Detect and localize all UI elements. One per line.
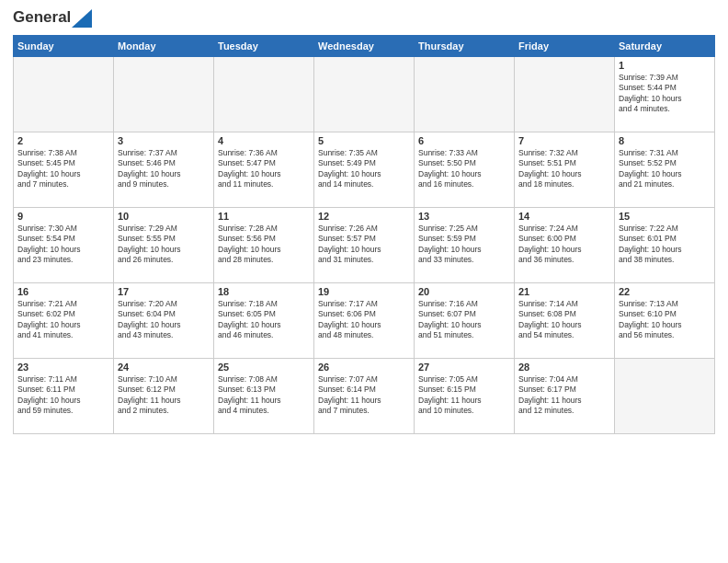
calendar-cell: 12Sunrise: 7:26 AM Sunset: 5:57 PM Dayli… <box>314 208 415 283</box>
calendar-header-row: SundayMondayTuesdayWednesdayThursdayFrid… <box>14 36 715 57</box>
day-number: 1 <box>619 60 711 71</box>
calendar-cell: 20Sunrise: 7:16 AM Sunset: 6:07 PM Dayli… <box>415 283 515 359</box>
calendar-cell: 9Sunrise: 7:30 AM Sunset: 5:54 PM Daylig… <box>14 208 114 283</box>
calendar-week-row: 9Sunrise: 7:30 AM Sunset: 5:54 PM Daylig… <box>14 208 715 283</box>
calendar-cell <box>515 57 615 132</box>
day-detail: Sunrise: 7:33 AM Sunset: 5:50 PM Dayligh… <box>418 148 510 190</box>
day-detail: Sunrise: 7:36 AM Sunset: 5:47 PM Dayligh… <box>218 148 310 190</box>
calendar-cell: 2Sunrise: 7:38 AM Sunset: 5:45 PM Daylig… <box>14 132 114 208</box>
calendar-cell: 7Sunrise: 7:32 AM Sunset: 5:51 PM Daylig… <box>515 132 615 208</box>
day-detail: Sunrise: 7:14 AM Sunset: 6:08 PM Dayligh… <box>518 299 610 341</box>
day-number: 11 <box>218 211 310 222</box>
calendar-week-row: 16Sunrise: 7:21 AM Sunset: 6:02 PM Dayli… <box>14 283 715 359</box>
day-detail: Sunrise: 7:37 AM Sunset: 5:46 PM Dayligh… <box>118 148 210 190</box>
calendar-cell: 15Sunrise: 7:22 AM Sunset: 6:01 PM Dayli… <box>615 208 715 283</box>
calendar-cell: 6Sunrise: 7:33 AM Sunset: 5:50 PM Daylig… <box>415 132 515 208</box>
day-number: 14 <box>518 211 610 222</box>
day-detail: Sunrise: 7:32 AM Sunset: 5:51 PM Dayligh… <box>518 148 610 190</box>
day-detail: Sunrise: 7:10 AM Sunset: 6:12 PM Dayligh… <box>118 374 210 417</box>
calendar-cell: 28Sunrise: 7:04 AM Sunset: 6:17 PM Dayli… <box>515 359 615 434</box>
calendar-cell <box>214 57 314 132</box>
day-detail: Sunrise: 7:04 AM Sunset: 6:17 PM Dayligh… <box>518 374 610 417</box>
page-container: General SundayMondayTuesdayWednesdayThur… <box>0 0 728 442</box>
day-detail: Sunrise: 7:11 AM Sunset: 6:11 PM Dayligh… <box>17 374 109 417</box>
calendar-week-row: 2Sunrise: 7:38 AM Sunset: 5:45 PM Daylig… <box>14 132 715 208</box>
day-number: 5 <box>318 135 410 146</box>
day-detail: Sunrise: 7:16 AM Sunset: 6:07 PM Dayligh… <box>418 299 510 341</box>
day-detail: Sunrise: 7:31 AM Sunset: 5:52 PM Dayligh… <box>619 148 711 190</box>
day-detail: Sunrise: 7:39 AM Sunset: 5:44 PM Dayligh… <box>619 73 711 115</box>
day-number: 20 <box>418 286 510 297</box>
day-number: 9 <box>17 211 109 222</box>
day-number: 21 <box>518 286 610 297</box>
calendar-week-row: 1Sunrise: 7:39 AM Sunset: 5:44 PM Daylig… <box>14 57 715 132</box>
calendar-cell: 26Sunrise: 7:07 AM Sunset: 6:14 PM Dayli… <box>314 359 415 434</box>
day-number: 23 <box>17 362 109 373</box>
day-detail: Sunrise: 7:13 AM Sunset: 6:10 PM Dayligh… <box>619 299 711 341</box>
day-detail: Sunrise: 7:25 AM Sunset: 5:59 PM Dayligh… <box>418 224 510 266</box>
logo-icon <box>72 9 92 28</box>
calendar-cell: 13Sunrise: 7:25 AM Sunset: 5:59 PM Dayli… <box>415 208 515 283</box>
day-detail: Sunrise: 7:21 AM Sunset: 6:02 PM Dayligh… <box>17 299 109 341</box>
day-number: 16 <box>17 286 109 297</box>
calendar-cell: 11Sunrise: 7:28 AM Sunset: 5:56 PM Dayli… <box>214 208 314 283</box>
day-number: 17 <box>118 286 210 297</box>
weekday-header: Saturday <box>615 36 715 57</box>
calendar-cell <box>114 57 214 132</box>
day-detail: Sunrise: 7:38 AM Sunset: 5:45 PM Dayligh… <box>17 148 109 190</box>
day-number: 22 <box>619 286 711 297</box>
calendar-cell: 24Sunrise: 7:10 AM Sunset: 6:12 PM Dayli… <box>114 359 214 434</box>
day-detail: Sunrise: 7:24 AM Sunset: 6:00 PM Dayligh… <box>518 224 610 266</box>
calendar-table: SundayMondayTuesdayWednesdayThursdayFrid… <box>13 35 715 434</box>
calendar-cell: 19Sunrise: 7:17 AM Sunset: 6:06 PM Dayli… <box>314 283 415 359</box>
calendar-cell: 14Sunrise: 7:24 AM Sunset: 6:00 PM Dayli… <box>515 208 615 283</box>
calendar-cell: 16Sunrise: 7:21 AM Sunset: 6:02 PM Dayli… <box>14 283 114 359</box>
calendar-cell: 10Sunrise: 7:29 AM Sunset: 5:55 PM Dayli… <box>114 208 214 283</box>
day-detail: Sunrise: 7:26 AM Sunset: 5:57 PM Dayligh… <box>318 224 410 266</box>
calendar-cell: 18Sunrise: 7:18 AM Sunset: 6:05 PM Dayli… <box>214 283 314 359</box>
day-number: 18 <box>218 286 310 297</box>
day-number: 26 <box>318 362 410 373</box>
day-detail: Sunrise: 7:08 AM Sunset: 6:13 PM Dayligh… <box>218 374 310 417</box>
calendar-cell: 23Sunrise: 7:11 AM Sunset: 6:11 PM Dayli… <box>14 359 114 434</box>
day-number: 27 <box>418 362 510 373</box>
svg-marker-0 <box>72 9 92 28</box>
day-detail: Sunrise: 7:07 AM Sunset: 6:14 PM Dayligh… <box>318 374 410 417</box>
calendar-cell <box>314 57 415 132</box>
weekday-header: Thursday <box>415 36 515 57</box>
day-detail: Sunrise: 7:20 AM Sunset: 6:04 PM Dayligh… <box>118 299 210 341</box>
logo-general: General <box>13 8 71 26</box>
day-detail: Sunrise: 7:29 AM Sunset: 5:55 PM Dayligh… <box>118 224 210 266</box>
day-number: 28 <box>518 362 610 373</box>
calendar-cell <box>615 359 715 434</box>
day-number: 15 <box>619 211 711 222</box>
day-detail: Sunrise: 7:17 AM Sunset: 6:06 PM Dayligh… <box>318 299 410 341</box>
weekday-header: Wednesday <box>314 36 415 57</box>
calendar-cell <box>415 57 515 132</box>
day-detail: Sunrise: 7:05 AM Sunset: 6:15 PM Dayligh… <box>418 374 510 417</box>
day-detail: Sunrise: 7:28 AM Sunset: 5:56 PM Dayligh… <box>218 224 310 266</box>
calendar-cell: 17Sunrise: 7:20 AM Sunset: 6:04 PM Dayli… <box>114 283 214 359</box>
day-detail: Sunrise: 7:18 AM Sunset: 6:05 PM Dayligh… <box>218 299 310 341</box>
day-number: 25 <box>218 362 310 373</box>
header: General <box>13 9 715 28</box>
calendar-cell: 8Sunrise: 7:31 AM Sunset: 5:52 PM Daylig… <box>615 132 715 208</box>
calendar-cell: 5Sunrise: 7:35 AM Sunset: 5:49 PM Daylig… <box>314 132 415 208</box>
day-number: 8 <box>619 135 711 146</box>
day-number: 2 <box>17 135 109 146</box>
calendar-cell: 4Sunrise: 7:36 AM Sunset: 5:47 PM Daylig… <box>214 132 314 208</box>
calendar-week-row: 23Sunrise: 7:11 AM Sunset: 6:11 PM Dayli… <box>14 359 715 434</box>
weekday-header: Friday <box>515 36 615 57</box>
day-number: 7 <box>518 135 610 146</box>
calendar-cell: 3Sunrise: 7:37 AM Sunset: 5:46 PM Daylig… <box>114 132 214 208</box>
calendar-cell: 27Sunrise: 7:05 AM Sunset: 6:15 PM Dayli… <box>415 359 515 434</box>
logo: General <box>13 9 93 28</box>
day-number: 12 <box>318 211 410 222</box>
calendar-cell: 25Sunrise: 7:08 AM Sunset: 6:13 PM Dayli… <box>214 359 314 434</box>
calendar-cell <box>14 57 114 132</box>
calendar-cell: 1Sunrise: 7:39 AM Sunset: 5:44 PM Daylig… <box>615 57 715 132</box>
day-detail: Sunrise: 7:30 AM Sunset: 5:54 PM Dayligh… <box>17 224 109 266</box>
calendar-cell: 22Sunrise: 7:13 AM Sunset: 6:10 PM Dayli… <box>615 283 715 359</box>
day-number: 4 <box>218 135 310 146</box>
day-number: 6 <box>418 135 510 146</box>
